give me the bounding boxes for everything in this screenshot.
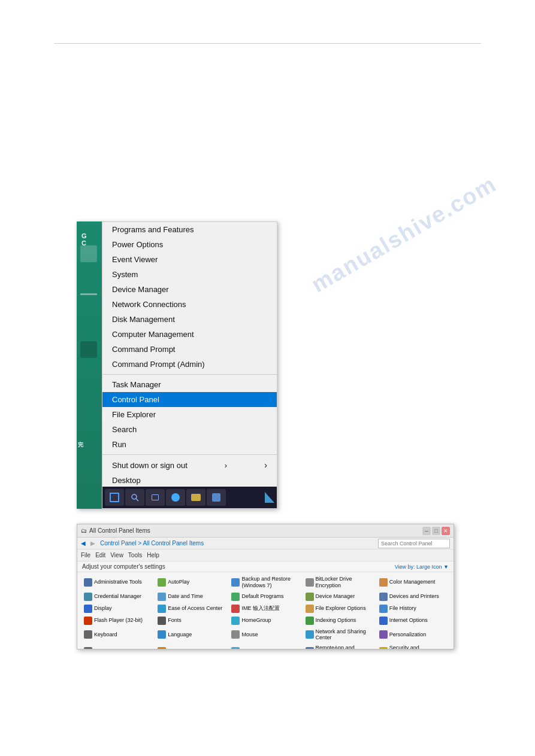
cp-item-icon: [84, 578, 92, 587]
cp-item[interactable]: Device Manager: [304, 591, 375, 602]
cp-item[interactable]: Indexing Options: [304, 615, 375, 626]
maximize-button[interactable]: □: [432, 527, 440, 535]
cp-item-icon: [231, 630, 240, 639]
cp-item-label: Color Management: [389, 579, 436, 585]
menu-item-desktop[interactable]: Desktop: [102, 473, 277, 488]
taskbar-windows-btn[interactable]: [105, 489, 124, 506]
cp-item[interactable]: Color Management: [377, 575, 449, 590]
cp-item[interactable]: BitLocker Drive Encryption: [304, 575, 375, 590]
menu-item-task[interactable]: Task Manager: [102, 377, 277, 392]
cp-item[interactable]: HomeGroup: [229, 615, 301, 626]
taskbar-folder-btn[interactable]: [186, 489, 205, 506]
cp-item[interactable]: Credential Manager: [82, 591, 153, 602]
triangle-icon: [265, 492, 274, 503]
cp-title: All Control Panel Items: [89, 527, 150, 534]
back-button[interactable]: ◀: [81, 540, 86, 546]
breadcrumb: Control Panel > All Control Panel Items: [100, 540, 204, 546]
search-icon: [131, 493, 139, 502]
cp-item-label: Phone and Modem: [94, 648, 140, 649]
cp-item-label: Default Programs: [241, 593, 283, 600]
cp-item[interactable]: Recovery: [229, 643, 301, 649]
cp-item-label: BitLocker Drive Encryption: [316, 576, 373, 589]
svg-line-1: [136, 499, 138, 501]
task-view-icon: [152, 494, 159, 500]
context-menu-screenshot: GC 完 Programs and Features Power Options…: [77, 221, 277, 509]
cp-item[interactable]: Language: [156, 627, 227, 643]
cp-item-label: Recovery: [241, 648, 264, 649]
cp-item-label: Security and Maintenance: [389, 645, 447, 649]
cp-item[interactable]: Security and Maintenance: [377, 643, 449, 649]
sidebar-label-g: GC: [81, 232, 87, 247]
cp-item-label: Date and Time: [168, 593, 203, 600]
menu-file[interactable]: File: [81, 552, 90, 558]
cp-item-icon: [158, 630, 166, 639]
taskbar-extra-btn[interactable]: [207, 489, 226, 506]
cp-item-icon: [84, 630, 92, 639]
cp-item[interactable]: File History: [377, 603, 449, 614]
cp-item[interactable]: Display: [82, 603, 153, 614]
cp-item[interactable]: AutoPlay: [156, 575, 227, 590]
cp-item-icon: [158, 605, 166, 613]
cp-item[interactable]: Network and Sharing Center: [304, 627, 375, 643]
cp-item-label: Indexing Options: [316, 617, 356, 624]
cp-item[interactable]: Fonts: [156, 615, 227, 626]
cp-item-icon: [379, 593, 388, 601]
cp-item[interactable]: Internet Options: [377, 615, 449, 626]
svg-point-0: [132, 494, 137, 499]
cp-item[interactable]: Devices and Printers: [377, 591, 449, 602]
menu-view[interactable]: View: [110, 552, 123, 558]
menu-item-explorer[interactable]: File Explorer: [102, 407, 277, 422]
cp-item[interactable]: IME 输入法配置: [229, 603, 301, 614]
menu-item-programs[interactable]: Programs and Features: [102, 222, 277, 237]
menu-item-power[interactable]: Power Options: [102, 237, 277, 252]
cp-item[interactable]: Power Options: [156, 643, 227, 649]
menu-item-run[interactable]: Run: [102, 437, 277, 452]
menu-tools[interactable]: Tools: [128, 552, 142, 558]
minimize-button[interactable]: ─: [422, 527, 431, 535]
cp-item-icon: [158, 593, 166, 601]
cp-viewby[interactable]: View by: Large Icon ▼: [395, 564, 449, 570]
cp-item[interactable]: RemoteApp and Desktop Connections: [304, 643, 375, 649]
menu-edit[interactable]: Edit: [95, 552, 105, 558]
cp-item[interactable]: Ease of Access Center: [156, 603, 227, 614]
cp-item[interactable]: Keyboard: [82, 627, 153, 643]
menu-item-computer[interactable]: Computer Management: [102, 327, 277, 342]
menu-item-search[interactable]: Search: [102, 422, 277, 437]
cp-item[interactable]: Backup and Restore (Windows 7): [229, 575, 301, 590]
cp-item[interactable]: Personalization: [377, 627, 449, 643]
cp-item[interactable]: File Explorer Options: [304, 603, 375, 614]
cp-item-label: File Explorer Options: [316, 605, 366, 612]
cp-item[interactable]: Flash Player (32-bit): [82, 615, 153, 626]
cp-titlebar: 🗂 All Control Panel Items ─ □ ✕: [77, 524, 454, 538]
menu-item-network[interactable]: Network Connections: [102, 297, 277, 312]
search-input[interactable]: [378, 539, 450, 548]
cp-item[interactable]: Mouse: [229, 627, 301, 643]
taskbar-search-btn[interactable]: [125, 489, 144, 506]
cp-item-icon: [379, 617, 388, 625]
cp-item[interactable]: Default Programs: [229, 591, 301, 602]
forward-button[interactable]: ▶: [90, 540, 95, 546]
cp-item[interactable]: Phone and Modem: [82, 643, 153, 649]
menu-divider-2: [102, 454, 277, 455]
menu-item-control-panel[interactable]: Control Panel: [102, 392, 277, 407]
menu-item-event[interactable]: Event Viewer: [102, 252, 277, 267]
taskbar-task-btn[interactable]: [146, 489, 165, 506]
cp-item[interactable]: Date and Time: [156, 591, 227, 602]
cp-item-icon: [231, 578, 240, 587]
menu-item-device[interactable]: Device Manager: [102, 282, 277, 297]
cp-item-label: Language: [168, 631, 192, 638]
cp-item[interactable]: Administrative Tools: [82, 575, 153, 590]
menu-help[interactable]: Help: [147, 552, 159, 558]
menu-divider-1: [102, 374, 277, 375]
menu-item-system[interactable]: System: [102, 267, 277, 282]
menu-item-shutdown[interactable]: Shut down or sign out ›: [102, 457, 277, 473]
taskbar-ie-btn[interactable]: [166, 489, 185, 506]
menu-item-cmd[interactable]: Command Prompt: [102, 342, 277, 357]
menu-item-cmd-admin[interactable]: Command Prompt (Admin): [102, 357, 277, 372]
control-panel-screenshot: 🗂 All Control Panel Items ─ □ ✕ ◀ ▶ Cont…: [77, 524, 454, 649]
ie-icon: [171, 493, 180, 502]
menu-item-disk[interactable]: Disk Management: [102, 312, 277, 327]
cp-item-label: RemoteApp and Desktop Connections: [316, 645, 373, 649]
close-button[interactable]: ✕: [442, 527, 450, 535]
top-divider: [54, 43, 481, 44]
